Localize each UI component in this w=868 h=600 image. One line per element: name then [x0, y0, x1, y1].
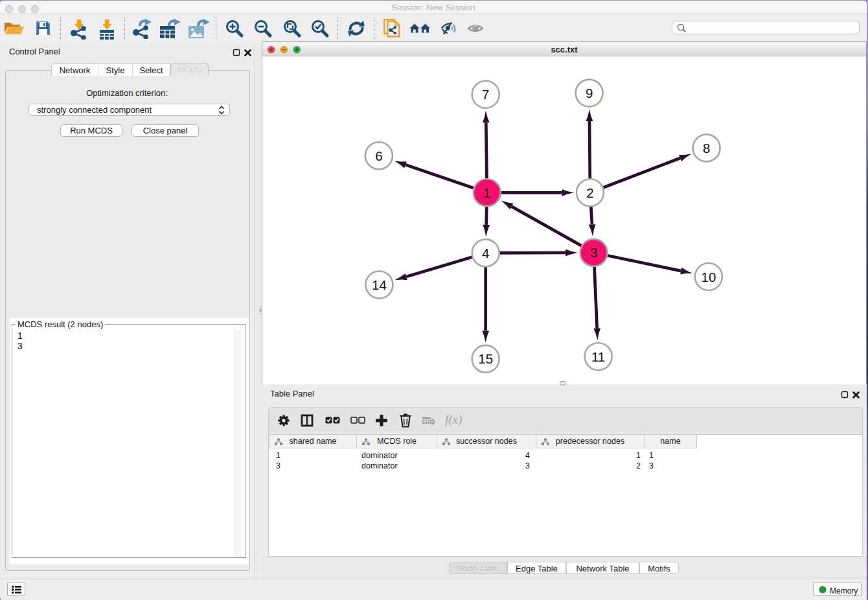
svg-text:7: 7 [482, 87, 489, 102]
svg-text:8: 8 [703, 141, 710, 156]
svg-text:2: 2 [586, 185, 593, 200]
svg-text:11: 11 [591, 349, 605, 364]
svg-text:9: 9 [586, 86, 593, 100]
svg-text:4: 4 [482, 246, 489, 260]
svg-text:6: 6 [375, 148, 382, 163]
svg-text:15: 15 [478, 351, 493, 366]
svg-text:14: 14 [372, 277, 387, 292]
svg-text:3: 3 [590, 245, 597, 260]
svg-text:1: 1 [483, 185, 490, 200]
svg-text:10: 10 [701, 270, 716, 284]
